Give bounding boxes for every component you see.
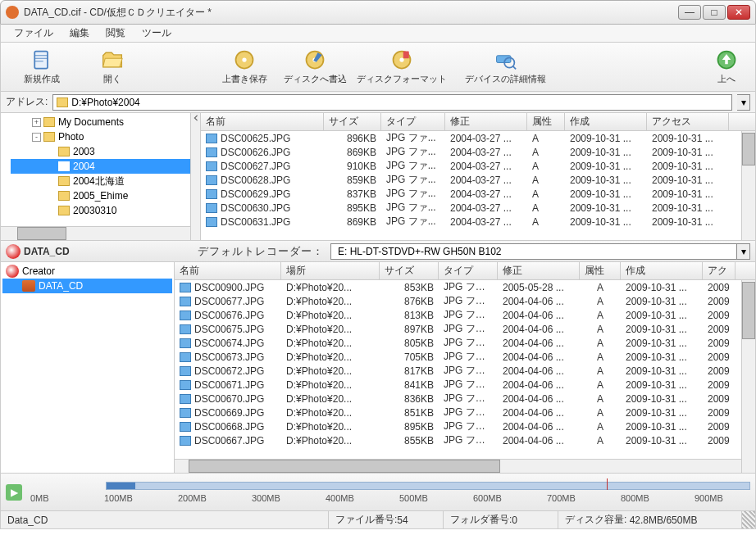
lcol-mod[interactable]: 修正 — [498, 262, 580, 279]
menu-edit[interactable]: 編集 — [61, 25, 98, 42]
project-file-row[interactable]: DSC00671.JPGD:¥Photo¥20...841KBJPG ファ...… — [175, 378, 755, 392]
svg-rect-7 — [403, 52, 409, 59]
project-file-row[interactable]: DSC00669.JPGD:¥Photo¥20...851KBJPG ファ...… — [175, 406, 755, 419]
project-file-row[interactable]: DSC00668.JPGD:¥Photo¥20...895KBJPG ファ...… — [175, 419, 755, 433]
col-acc[interactable]: アクセス — [647, 113, 729, 130]
status-files: ファイル番号:54 — [329, 511, 444, 528]
upper-header[interactable]: 名前 サイズ タイプ 修正 属性 作成 アクセス — [201, 113, 755, 131]
tree-item[interactable]: 20030310 — [11, 203, 190, 218]
project-file-list: 名前 場所 サイズ タイプ 修正 属性 作成 アク DSC00900.JPGD:… — [175, 262, 755, 473]
chevron-down-icon[interactable]: ▾ — [736, 244, 749, 259]
tree-item[interactable]: 2004北海道 — [11, 174, 190, 188]
close-button[interactable]: ✕ — [727, 5, 750, 20]
tree-hscroll[interactable] — [1, 226, 190, 240]
upper-vscroll[interactable] — [741, 131, 755, 240]
svg-point-2 — [243, 57, 247, 61]
lcol-attr[interactable]: 属性 — [580, 262, 621, 279]
file-row[interactable]: DSC00629.JPG837KBJPG ファ...2004-03-27 ...… — [201, 187, 755, 201]
save-button[interactable]: 上書き保存 — [212, 45, 277, 89]
run-icon[interactable]: ▶ — [6, 484, 22, 501]
new-button[interactable]: 新規作成 — [9, 45, 75, 89]
project-file-row[interactable]: DSC00673.JPGD:¥Photo¥20...705KBJPG ファ...… — [175, 350, 755, 364]
col-size[interactable]: サイズ — [324, 113, 381, 130]
ruler-tick-label: 0MB — [30, 493, 49, 503]
titlebar: DATA_CD.cif - CD/仮想ＣＤクリエイター * — □ ✕ — [0, 0, 756, 25]
open-icon — [101, 48, 124, 71]
project-file-row[interactable]: DSC00900.JPGD:¥Photo¥20...853KBJPG ファ...… — [175, 280, 755, 294]
project-file-row[interactable]: DSC00667.JPGD:¥Photo¥20...855KBJPG ファ...… — [175, 433, 755, 447]
open-button[interactable]: 開く — [80, 45, 145, 89]
folder-icon — [57, 97, 68, 107]
tree-item[interactable]: -Photo — [11, 129, 190, 144]
maximize-button[interactable]: □ — [703, 5, 726, 20]
disc-small-icon — [22, 280, 35, 292]
address-input[interactable] — [71, 97, 728, 108]
ruler-tick-label: 600MB — [473, 493, 502, 503]
creator-icon — [6, 265, 19, 278]
project-tree-root[interactable]: Creator — [2, 264, 172, 279]
col-attr[interactable]: 属性 — [527, 113, 565, 130]
project-file-row[interactable]: DSC00675.JPGD:¥Photo¥20...897KBJPG ファ...… — [175, 322, 755, 336]
col-name[interactable]: 名前 — [201, 113, 324, 130]
source-file-list: 名前 サイズ タイプ 修正 属性 作成 アクセス DSC00625.JPG896… — [201, 113, 755, 240]
project-tree[interactable]: Creator DATA_CD — [1, 262, 175, 473]
folder-tree[interactable]: +My Documents-Photo200320042004北海道2005_E… — [1, 113, 191, 240]
lower-hscroll[interactable] — [175, 459, 741, 473]
col-cre[interactable]: 作成 — [565, 113, 647, 130]
ruler-tick-label: 700MB — [547, 493, 576, 503]
ruler-tick-label: 500MB — [399, 493, 428, 503]
capacity-bar — [106, 482, 750, 490]
file-row[interactable]: DSC00628.JPG859KBJPG ファ...2004-03-27 ...… — [201, 173, 755, 187]
svg-rect-0 — [34, 52, 48, 69]
ruler-tick-label: 400MB — [326, 493, 354, 503]
tree-item[interactable]: 2003 — [11, 144, 190, 159]
lcol-size[interactable]: サイズ — [380, 262, 439, 279]
collapse-gutter[interactable] — [191, 113, 201, 240]
tree-item[interactable]: 2005_Ehime — [11, 188, 190, 203]
col-mod[interactable]: 修正 — [445, 113, 527, 130]
capacity-ruler: ▶ 0MB100MB200MB300MB400MB500MB600MB700MB… — [0, 474, 756, 511]
capacity-limit-marker — [607, 478, 608, 490]
address-box[interactable] — [52, 94, 732, 111]
resize-grip[interactable] — [742, 511, 755, 528]
project-tree-item[interactable]: DATA_CD — [2, 279, 172, 293]
file-row[interactable]: DSC00625.JPG896KBJPG ファ...2004-03-27 ...… — [201, 131, 755, 145]
lcol-cre[interactable]: 作成 — [621, 262, 703, 279]
project-file-row[interactable]: DSC00672.JPGD:¥Photo¥20...817KBJPG ファ...… — [175, 364, 755, 378]
lcol-type[interactable]: タイプ — [439, 262, 498, 279]
project-file-row[interactable]: DSC00676.JPGD:¥Photo¥20...813KBJPG ファ...… — [175, 308, 755, 322]
tree-item[interactable]: +My Documents — [11, 115, 190, 129]
up-arrow-icon — [715, 48, 738, 71]
file-row[interactable]: DSC00627.JPG910KBJPG ファ...2004-03-27 ...… — [201, 159, 755, 173]
device-info-button[interactable]: デバイスの詳細情報 — [456, 45, 554, 89]
disc-save-icon — [233, 48, 256, 71]
lcol-loc[interactable]: 場所 — [281, 262, 380, 279]
up-button[interactable]: 上へ — [706, 45, 747, 89]
file-row[interactable]: DSC00626.JPG869KBJPG ファ...2004-03-27 ...… — [201, 145, 755, 159]
lcol-acc[interactable]: アク — [703, 262, 736, 279]
recorder-select[interactable]: E: HL-DT-STDVD+-RW GH50N B102 ▾ — [330, 243, 750, 260]
project-file-row[interactable]: DSC00674.JPGD:¥Photo¥20...805KBJPG ファ...… — [175, 336, 755, 350]
lower-header[interactable]: 名前 場所 サイズ タイプ 修正 属性 作成 アク — [175, 262, 755, 280]
lower-vscroll[interactable] — [741, 280, 755, 473]
write-button[interactable]: ディスクへ書込 — [282, 45, 348, 89]
col-type[interactable]: タイプ — [381, 113, 445, 130]
new-icon — [30, 48, 53, 71]
menu-tool[interactable]: ツール — [134, 25, 180, 42]
address-dropdown[interactable]: ▾ — [737, 94, 750, 111]
menu-file[interactable]: ファイル — [6, 25, 61, 42]
tree-item[interactable]: 2004 — [11, 159, 190, 174]
menubar: ファイル 編集 閲覧 ツール — [0, 25, 756, 43]
lcol-name[interactable]: 名前 — [175, 262, 281, 279]
file-row[interactable]: DSC00630.JPG895KBJPG ファ...2004-03-27 ...… — [201, 201, 755, 215]
status-folders: フォルダ番号:0 — [444, 511, 558, 528]
format-button[interactable]: ディスクフォーマット — [353, 45, 451, 89]
project-file-row[interactable]: DSC00670.JPGD:¥Photo¥20...836KBJPG ファ...… — [175, 392, 755, 406]
toolbar: 新規作成 開く 上書き保存 ディスクへ書込 ディスクフォーマット デバイスの詳細… — [0, 43, 756, 92]
ruler-tick-label: 200MB — [178, 493, 207, 503]
project-file-row[interactable]: DSC00677.JPGD:¥Photo¥20...876KBJPG ファ...… — [175, 294, 755, 308]
disc-write-icon — [303, 48, 326, 71]
file-row[interactable]: DSC00631.JPG869KBJPG ファ...2004-03-27 ...… — [201, 215, 755, 229]
menu-view[interactable]: 閲覧 — [98, 25, 134, 42]
minimize-button[interactable]: — — [678, 5, 701, 20]
